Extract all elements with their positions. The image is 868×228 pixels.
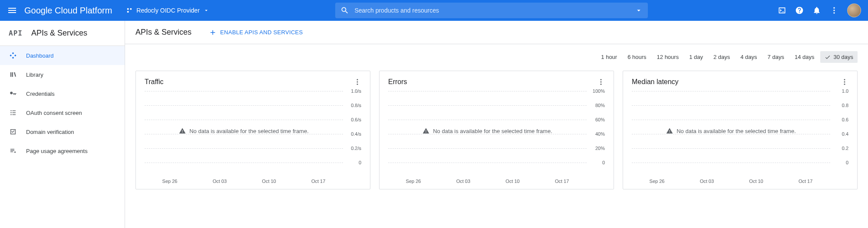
gcp-logo-text: Google Cloud Platform (24, 6, 112, 16)
sidebar-item-credentials[interactable]: Credentials (0, 84, 125, 103)
sidebar-item-label: Domain verification (26, 129, 74, 135)
y-tick-label: 1.0/s (351, 88, 361, 94)
api-logo: API (9, 29, 23, 37)
time-chip-12-hours[interactable]: 12 hours (653, 51, 683, 63)
time-chip-6-hours[interactable]: 6 hours (623, 51, 650, 63)
svg-point-11 (601, 84, 602, 85)
time-chip-2-days[interactable]: 2 days (709, 51, 734, 63)
cards-row: Traffic1.0/s0.8/s0.6/s0.4/s0.2/s0No data… (135, 71, 858, 189)
sidebar-item-label: Dashboard (26, 52, 54, 59)
chart-card-median-latency: Median latency1.00.80.60.40.20No data is… (623, 71, 858, 189)
time-chip-7-days[interactable]: 7 days (763, 51, 789, 63)
y-tick-label: 0.6/s (351, 117, 361, 122)
sidebar-item-domain-verification[interactable]: Domain verification (0, 122, 125, 141)
search-bar[interactable] (335, 3, 648, 18)
more-vert-icon[interactable] (830, 6, 838, 15)
x-tick-label: Oct 10 (262, 179, 276, 184)
warning-icon (422, 127, 429, 134)
svg-point-6 (357, 79, 358, 80)
card-title: Errors (388, 78, 407, 86)
x-tick-label: Oct 17 (799, 179, 812, 184)
warning-icon (666, 127, 673, 134)
grid-line (145, 120, 343, 120)
svg-point-14 (844, 84, 845, 85)
verified-icon (9, 127, 17, 136)
nodata-message: No data is available for the selected ti… (145, 127, 343, 134)
chart-card-traffic: Traffic1.0/s0.8/s0.6/s0.4/s0.2/s0No data… (135, 71, 370, 189)
card-more-icon[interactable] (841, 78, 848, 86)
agreements-icon (9, 147, 17, 155)
svg-point-2 (127, 11, 129, 13)
y-tick-label: 0.4 (842, 131, 848, 137)
search-icon (340, 6, 349, 15)
x-axis: Sep 26Oct 03Oct 10Oct 17 (145, 179, 361, 184)
content: 1 hour6 hours12 hours1 day2 days4 days7 … (125, 44, 868, 196)
time-chip-30-days[interactable]: 30 days (820, 51, 858, 63)
card-title: Traffic (145, 78, 164, 86)
help-icon[interactable] (795, 6, 804, 15)
x-tick-label: Oct 17 (311, 179, 325, 184)
time-chip-14-days[interactable]: 14 days (790, 51, 819, 63)
chart-plot: 1.00.80.60.40.20No data is available for… (632, 91, 848, 178)
sidebar-item-label: Library (26, 72, 43, 78)
sidebar-item-dashboard[interactable]: Dashboard (0, 46, 125, 65)
project-selector[interactable]: Redocly OIDC Provider (122, 5, 213, 16)
header-actions (778, 3, 861, 17)
grid-line (632, 148, 830, 149)
card-title: Median latency (632, 78, 679, 86)
y-tick-label: 20% (595, 146, 605, 151)
sidebar-item-library[interactable]: Library (0, 65, 125, 84)
svg-point-7 (357, 81, 358, 83)
y-tick-label: 0.2 (842, 146, 848, 151)
time-chip-1-day[interactable]: 1 day (685, 51, 707, 63)
check-icon (825, 54, 831, 60)
y-tick-label: 100% (593, 88, 605, 94)
cloud-shell-icon[interactable] (778, 6, 786, 15)
svg-point-5 (833, 12, 835, 13)
card-more-icon[interactable] (353, 78, 361, 86)
search-wrap (213, 3, 771, 18)
sidebar-item-label: Credentials (26, 91, 55, 97)
enable-apis-label: ENABLE APIS AND SERVICES (220, 29, 303, 36)
svg-point-12 (844, 79, 845, 80)
consent-icon (9, 108, 17, 117)
plus-icon (209, 29, 217, 36)
nodata-message: No data is available for the selected ti… (632, 127, 830, 134)
grid-line (388, 163, 587, 163)
project-name: Redocly OIDC Provider (136, 7, 200, 14)
user-avatar[interactable] (847, 3, 861, 17)
svg-point-4 (833, 10, 835, 11)
search-input[interactable] (354, 7, 635, 14)
enable-apis-button[interactable]: ENABLE APIS AND SERVICES (209, 29, 303, 36)
chevron-down-icon[interactable] (635, 7, 643, 14)
svg-point-8 (357, 84, 358, 85)
sidenav-title: APIs & Services (31, 29, 87, 38)
notifications-icon[interactable] (812, 6, 821, 15)
chart-card-errors: Errors100%80%60%40%20%0No data is availa… (379, 71, 614, 189)
x-tick-label: Sep 26 (162, 179, 178, 184)
card-more-icon[interactable] (597, 78, 605, 86)
svg-point-1 (130, 8, 132, 10)
time-chip-1-hour[interactable]: 1 hour (597, 51, 621, 63)
time-chip-4-days[interactable]: 4 days (736, 51, 761, 63)
grid-line (632, 91, 830, 91)
time-range-row: 1 hour6 hours12 hours1 day2 days4 days7 … (135, 51, 858, 63)
hamburger-menu-icon[interactable] (7, 5, 17, 16)
y-tick-label: 80% (595, 103, 605, 108)
grid-line (388, 120, 587, 120)
x-axis: Sep 26Oct 03Oct 10Oct 17 (388, 179, 605, 184)
sidebar-item-page-usage[interactable]: Page usage agreements (0, 141, 125, 160)
y-tick-label: 60% (595, 117, 605, 122)
y-tick-label: 0 (846, 160, 848, 165)
grid-line (145, 91, 343, 91)
sidebar-item-oauth-consent[interactable]: OAuth consent screen (0, 103, 125, 122)
y-tick-label: 0.6 (842, 117, 848, 122)
top-header: Google Cloud Platform Redocly OIDC Provi… (0, 0, 868, 21)
y-tick-label: 0.4/s (351, 131, 361, 137)
x-tick-label: Sep 26 (406, 179, 421, 184)
sidenav: API APIs & Services Dashboard Library Cr… (0, 21, 125, 228)
nodata-message: No data is available for the selected ti… (388, 127, 587, 134)
svg-point-0 (127, 8, 129, 10)
svg-point-10 (601, 81, 602, 83)
grid-line (632, 105, 830, 106)
